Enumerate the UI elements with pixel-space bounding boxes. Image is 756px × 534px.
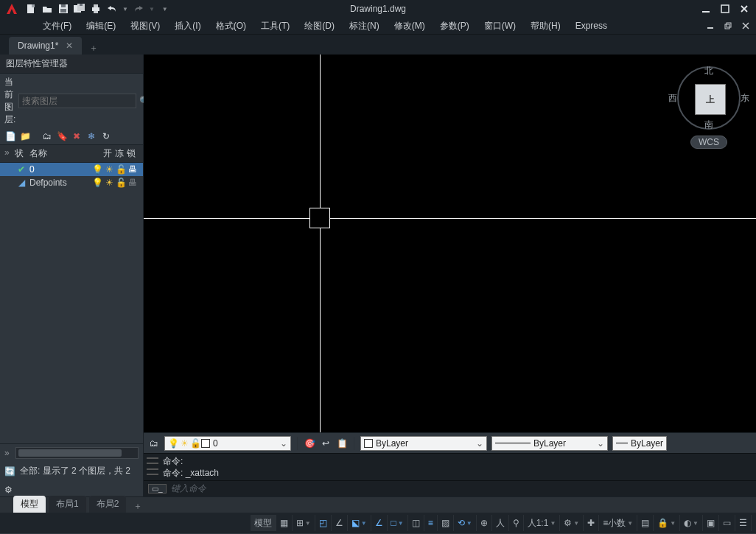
menu-express[interactable]: Express bbox=[568, 21, 615, 31]
viewcube-west[interactable]: 西 bbox=[668, 92, 677, 105]
new-group-icon[interactable]: 📁 bbox=[19, 130, 31, 142]
lineweight-dropdown[interactable]: ByLayer bbox=[612, 436, 667, 451]
ortho-icon[interactable]: ◰ bbox=[315, 515, 332, 531]
lineweight-icon[interactable]: ≡ bbox=[424, 515, 438, 531]
expand-toggle-icon[interactable]: » bbox=[4, 147, 15, 160]
otrack-icon[interactable]: ∠ bbox=[371, 515, 388, 531]
snap-icon[interactable]: ⊞ ▼ bbox=[293, 515, 315, 531]
lock-icon[interactable]: 🔓 bbox=[115, 178, 127, 188]
doc-tab-close-icon[interactable]: ✕ bbox=[66, 41, 73, 51]
col-name[interactable]: 名称 bbox=[28, 147, 103, 160]
layer-manager-icon[interactable]: 🗂 bbox=[148, 438, 160, 449]
osnap-icon[interactable]: □ ▼ bbox=[388, 515, 408, 531]
col-state[interactable]: 状 bbox=[15, 147, 28, 160]
menu-window[interactable]: 窗口(W) bbox=[477, 20, 523, 32]
scale-button[interactable]: 人 1:1 ▼ bbox=[524, 515, 561, 531]
auto-scale-icon[interactable]: ⚲ bbox=[509, 515, 524, 531]
noplot-icon[interactable]: 🖶 bbox=[127, 178, 139, 188]
menu-insert[interactable]: 插入(I) bbox=[167, 20, 208, 32]
lock-icon[interactable]: 🔓 bbox=[115, 164, 127, 175]
search-layer-input[interactable] bbox=[18, 94, 136, 108]
plot-icon[interactable]: 🖶 bbox=[127, 164, 139, 175]
doc-minimize-icon[interactable] bbox=[704, 20, 716, 32]
menu-file[interactable]: 文件(F) bbox=[35, 20, 79, 32]
add-layout-button[interactable]: ＋ bbox=[133, 500, 142, 513]
undo-dropdown-icon[interactable]: ▼ bbox=[122, 6, 128, 13]
tab-model[interactable]: 模型 bbox=[13, 496, 46, 513]
drawing-canvas[interactable]: 北 南 西 东 上 WCS bbox=[144, 55, 756, 432]
viewcube[interactable]: 北 南 西 东 上 WCS bbox=[673, 59, 744, 155]
annotation-monitor-icon[interactable]: ✚ bbox=[584, 515, 599, 531]
viewcube-south[interactable]: 南 bbox=[704, 119, 713, 131]
bulb-icon[interactable]: 💡 bbox=[91, 164, 103, 175]
layer-filter-icon[interactable]: 🔖 bbox=[56, 130, 68, 142]
menu-parametric[interactable]: 参数(P) bbox=[433, 20, 477, 32]
delete-layer-icon[interactable]: ✖ bbox=[71, 130, 83, 142]
app-logo[interactable] bbox=[3, 0, 21, 18]
new-icon[interactable] bbox=[25, 3, 37, 15]
layer-dropdown[interactable]: 💡☀ 🔓 0 ⌄ bbox=[164, 436, 291, 451]
tab-layout1[interactable]: 布局1 bbox=[49, 496, 86, 513]
workspace-icon[interactable]: ⚙ ▼ bbox=[560, 515, 584, 531]
bulb-icon[interactable]: 💡 bbox=[91, 178, 103, 188]
lock-ui-icon[interactable]: 🔒 ▼ bbox=[654, 515, 680, 531]
units-button[interactable]: ≡ 小数 ▼ bbox=[599, 515, 637, 531]
doc-close-icon[interactable] bbox=[740, 20, 752, 32]
menu-modify[interactable]: 修改(M) bbox=[387, 20, 433, 32]
open-icon[interactable] bbox=[41, 3, 53, 15]
dynamic-input-icon[interactable]: ⊕ bbox=[477, 515, 492, 531]
tab-layout2[interactable]: 布局2 bbox=[89, 496, 127, 513]
color-dropdown[interactable]: ByLayer ⌄ bbox=[360, 436, 487, 451]
undo-icon[interactable] bbox=[106, 3, 118, 15]
status-model-button[interactable]: 模型 bbox=[251, 515, 276, 531]
menu-view[interactable]: 视图(V) bbox=[123, 20, 167, 32]
print-icon[interactable] bbox=[90, 3, 102, 15]
col-on[interactable]: 开 bbox=[103, 147, 115, 160]
customize-status-icon[interactable]: ☰ bbox=[735, 515, 752, 531]
col-lock[interactable]: 锁 bbox=[127, 147, 139, 160]
quick-properties-icon[interactable]: ▤ bbox=[637, 515, 654, 531]
command-grip-icon[interactable] bbox=[147, 455, 158, 477]
menu-dimension[interactable]: 标注(N) bbox=[342, 20, 387, 32]
layer-row[interactable]: ✔ 0 💡 ☀ 🔓 🖶 bbox=[0, 163, 143, 176]
minimize-icon[interactable] bbox=[700, 3, 712, 15]
maximize-icon[interactable] bbox=[719, 3, 731, 15]
menu-edit[interactable]: 编辑(E) bbox=[79, 20, 123, 32]
redo-icon[interactable] bbox=[133, 3, 144, 15]
saveas-icon[interactable] bbox=[74, 3, 85, 15]
linetype-dropdown[interactable]: ByLayer ⌄ bbox=[491, 436, 608, 451]
menu-draw[interactable]: 绘图(D) bbox=[297, 20, 342, 32]
invert-filter-icon[interactable]: 🔄 bbox=[4, 466, 15, 477]
sun-icon[interactable]: ☀ bbox=[103, 164, 115, 175]
qat-customize-icon[interactable]: ▼ bbox=[162, 6, 168, 13]
menu-tools[interactable]: 工具(T) bbox=[253, 20, 297, 32]
layer-state-icon[interactable]: 📋 bbox=[336, 438, 348, 449]
doc-restore-icon[interactable] bbox=[722, 20, 734, 32]
freeze-layer-icon[interactable]: ❄ bbox=[85, 130, 97, 142]
sun-icon[interactable]: ☀ bbox=[103, 178, 115, 188]
layer-states-icon[interactable]: 🗂 bbox=[41, 130, 53, 142]
collapse-panel-icon[interactable]: » bbox=[4, 448, 10, 458]
hardware-icon[interactable]: ▣ bbox=[703, 515, 719, 531]
cycling-icon[interactable]: ⟲ ▼ bbox=[454, 515, 477, 531]
grid-icon[interactable]: ▦ bbox=[276, 515, 293, 531]
layer-previous-icon[interactable]: ↩ bbox=[320, 438, 332, 449]
command-input-row[interactable]: ▭_ 键入命令 bbox=[144, 480, 756, 496]
viewcube-east[interactable]: 东 bbox=[741, 92, 749, 105]
layer-hscroll[interactable] bbox=[15, 447, 139, 459]
clean-screen-icon[interactable]: ▭ bbox=[719, 515, 735, 531]
redo-dropdown-icon[interactable]: ▼ bbox=[149, 6, 155, 13]
menu-format[interactable]: 格式(O) bbox=[209, 20, 253, 32]
viewcube-north[interactable]: 北 bbox=[704, 65, 713, 77]
refresh-icon[interactable]: ↻ bbox=[100, 130, 112, 142]
polar-icon[interactable]: ∠ bbox=[332, 515, 348, 531]
wcs-badge[interactable]: WCS bbox=[690, 136, 727, 149]
new-doc-tab-button[interactable]: ＋ bbox=[89, 42, 98, 55]
isolate-icon[interactable]: ◐ ▼ bbox=[680, 515, 703, 531]
close-icon[interactable] bbox=[738, 3, 750, 15]
col-freeze[interactable]: 冻 bbox=[115, 147, 127, 160]
new-layer-icon[interactable]: 📄 bbox=[4, 130, 16, 142]
annotation-icon[interactable]: 人 bbox=[492, 515, 509, 531]
layer-match-icon[interactable]: 🎯 bbox=[304, 438, 315, 449]
3dosnap-icon[interactable]: ◫ bbox=[408, 515, 424, 531]
